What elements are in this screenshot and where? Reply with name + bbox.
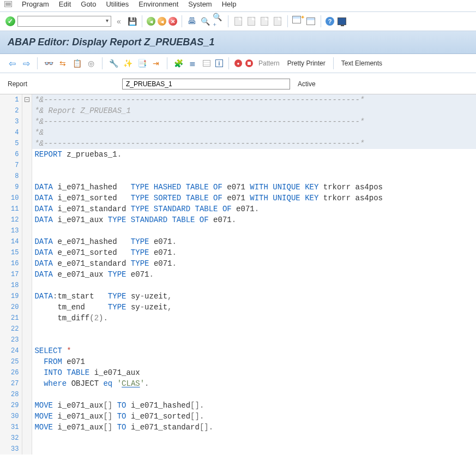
command-field[interactable] bbox=[17, 16, 111, 27]
menu-program[interactable]: Program bbox=[22, 0, 49, 8]
code-line[interactable]: tm_end TYPE sy-uzeit, bbox=[32, 302, 476, 313]
inactive-icon[interactable]: 📋 bbox=[71, 58, 82, 69]
nav-list-icon[interactable]: i bbox=[215, 59, 223, 67]
code-line[interactable]: INTO TABLE i_e071_aux bbox=[32, 367, 476, 378]
code-line[interactable] bbox=[32, 433, 476, 444]
direct-icon[interactable]: 📑 bbox=[136, 58, 147, 69]
prev-object-icon[interactable]: ⇦ bbox=[7, 58, 17, 69]
code-line[interactable]: DATA i_e071_aux TYPE STANDARD TABLE OF e… bbox=[32, 214, 476, 225]
exit-icon[interactable]: ◂ bbox=[158, 17, 166, 26]
code-line[interactable]: *&--------------------------------------… bbox=[32, 138, 476, 149]
line-number: 29 bbox=[11, 400, 19, 411]
code-line[interactable] bbox=[32, 160, 476, 171]
menu-system[interactable]: System bbox=[188, 0, 212, 8]
code-line[interactable]: DATA e_e071_hashed TYPE e071. bbox=[32, 236, 476, 247]
code-editor[interactable]: 1234567891011121314151617181920212223242… bbox=[0, 94, 476, 455]
report-name-input[interactable] bbox=[122, 79, 290, 89]
code-line[interactable]: DATA:tm_start TYPE sy-uzeit, bbox=[32, 291, 476, 302]
find-next-icon[interactable]: 🔍⁺ bbox=[213, 16, 224, 27]
menu-utilities[interactable]: Utilities bbox=[106, 0, 129, 8]
line-number: 15 bbox=[11, 247, 19, 258]
line-number: 4 bbox=[11, 127, 19, 138]
line-number: 31 bbox=[11, 422, 19, 433]
collapse-icon[interactable]: « bbox=[113, 16, 124, 27]
line-number: 23 bbox=[11, 334, 19, 345]
where-used-icon[interactable]: 🧩 bbox=[173, 58, 184, 69]
code-line[interactable]: FROM e071 bbox=[32, 356, 476, 367]
code-line[interactable]: where OBJECT eq 'CLAS'. bbox=[32, 378, 476, 389]
code-line[interactable] bbox=[32, 334, 476, 345]
next-page-icon[interactable] bbox=[259, 16, 270, 27]
print-icon[interactable]: 🖶 bbox=[186, 16, 197, 27]
save-icon[interactable]: 💾 bbox=[126, 16, 137, 27]
check-icon[interactable]: 🔧 bbox=[108, 58, 119, 69]
line-number: 13 bbox=[11, 225, 19, 236]
back-icon[interactable]: ◂ bbox=[147, 17, 155, 26]
menu-edit[interactable]: Edit bbox=[59, 0, 71, 8]
code-line[interactable]: SELECT * bbox=[32, 345, 476, 356]
line-number: 6 bbox=[11, 149, 19, 160]
code-line[interactable]: DATA i_e071_standard TYPE STANDARD TABLE… bbox=[32, 204, 476, 214]
code-line[interactable]: REPORT z_pruebas_1. bbox=[32, 149, 476, 160]
activate-icon[interactable]: ✨ bbox=[122, 58, 133, 69]
enhance-icon[interactable]: ◎ bbox=[86, 58, 97, 69]
next-object-icon[interactable]: ⇨ bbox=[21, 58, 32, 69]
code-line[interactable] bbox=[32, 280, 476, 291]
line-number: 9 bbox=[11, 182, 19, 193]
fold-column[interactable]: − bbox=[22, 94, 32, 455]
pretty-printer-button[interactable]: Pretty Printer bbox=[285, 58, 328, 68]
find-icon[interactable]: 🔍 bbox=[200, 16, 210, 27]
code-area[interactable]: *&--------------------------------------… bbox=[32, 94, 476, 455]
enter-icon[interactable]: ✓ bbox=[5, 16, 15, 26]
code-line[interactable]: MOVE i_e071_aux[] TO i_e071_hashed[]. bbox=[32, 400, 476, 411]
code-line[interactable]: DATA e_e071_aux TYPE e071. bbox=[32, 269, 476, 280]
other-object-icon[interactable]: ⇆ bbox=[57, 58, 68, 69]
code-line[interactable]: tm_diff(2). bbox=[32, 313, 476, 324]
line-number: 2 bbox=[11, 105, 19, 116]
system-toolbar: ✓ « 💾 ◂ ◂ ✕ 🖶 🔍 🔍⁺ ✦ ? bbox=[0, 12, 476, 31]
object-list-icon[interactable]: ≣ bbox=[187, 58, 198, 69]
display-list-icon[interactable] bbox=[201, 58, 212, 69]
code-line[interactable]: DATA e_e071_standard TYPE e071. bbox=[32, 258, 476, 269]
pattern-button[interactable]: Pattern bbox=[256, 58, 282, 68]
code-line[interactable] bbox=[32, 444, 476, 455]
new-session-icon[interactable]: ✦ bbox=[292, 16, 303, 27]
code-line[interactable]: DATA i_e071_sorted TYPE SORTED TABLE OF … bbox=[32, 193, 476, 204]
line-number: 3 bbox=[11, 116, 19, 127]
code-line[interactable]: *& bbox=[32, 127, 476, 138]
code-line[interactable]: MOVE i_e071_aux[] TO i_e071_sorted[]. bbox=[32, 411, 476, 422]
line-number: 11 bbox=[11, 204, 19, 214]
customize-layout-icon[interactable] bbox=[336, 16, 347, 27]
cancel-icon[interactable]: ✕ bbox=[168, 17, 177, 26]
breakpoint-external-icon[interactable] bbox=[245, 59, 253, 67]
separator bbox=[287, 15, 288, 27]
test-icon[interactable]: ⇥ bbox=[150, 58, 161, 69]
first-page-icon[interactable] bbox=[233, 16, 244, 27]
line-number: 32 bbox=[11, 433, 19, 444]
create-shortcut-icon[interactable] bbox=[305, 16, 316, 27]
code-line[interactable]: *&--------------------------------------… bbox=[32, 94, 476, 105]
menu-environment[interactable]: Environment bbox=[138, 0, 178, 8]
last-page-icon[interactable] bbox=[272, 16, 283, 27]
text-elements-button[interactable]: Text Elements bbox=[339, 58, 384, 68]
code-line[interactable] bbox=[32, 324, 476, 334]
menu-goto[interactable]: Goto bbox=[81, 0, 96, 8]
separator bbox=[228, 57, 229, 69]
code-line[interactable]: *&--------------------------------------… bbox=[32, 116, 476, 127]
code-line[interactable]: MOVE i_e071_aux[] TO i_e071_standard[]. bbox=[32, 422, 476, 433]
breakpoint-session-icon[interactable]: ● bbox=[234, 59, 242, 67]
app-toolbar: ⇦ ⇨ 👓 ⇆ 📋 ◎ 🔧 ✨ 📑 ⇥ 🧩 ≣ i ● Pattern Pret… bbox=[0, 54, 476, 73]
code-line[interactable]: *& Report Z_PRUEBAS_1 bbox=[32, 105, 476, 116]
code-line[interactable]: DATA i_e071_hashed TYPE HASHED TABLE OF … bbox=[32, 182, 476, 193]
code-line[interactable] bbox=[32, 171, 476, 182]
help-icon[interactable]: ? bbox=[326, 17, 334, 26]
code-line[interactable] bbox=[32, 389, 476, 400]
code-line[interactable] bbox=[32, 225, 476, 236]
menu-help[interactable]: Help bbox=[222, 0, 237, 8]
line-number: 28 bbox=[11, 389, 19, 400]
window-menu-icon[interactable] bbox=[4, 1, 12, 7]
fold-icon[interactable]: − bbox=[25, 97, 29, 102]
code-line[interactable]: DATA e_e071_sorted TYPE e071. bbox=[32, 247, 476, 258]
display-change-icon[interactable]: 👓 bbox=[43, 58, 54, 69]
prev-page-icon[interactable] bbox=[246, 16, 257, 27]
